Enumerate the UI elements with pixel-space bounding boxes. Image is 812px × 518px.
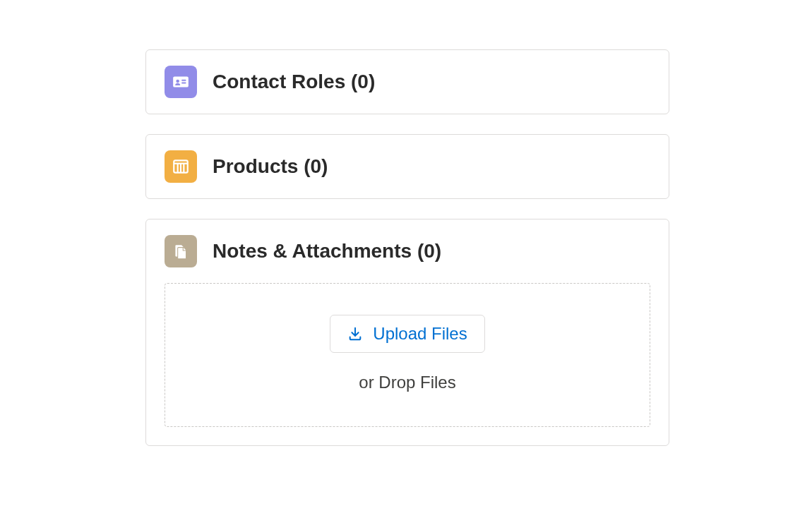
products-title: Products (0) <box>213 155 328 178</box>
svg-point-1 <box>176 80 179 83</box>
notes-attachments-title: Notes & Attachments (0) <box>213 240 441 263</box>
notes-attachments-card: Notes & Attachments (0) Upload Files or … <box>145 219 669 446</box>
products-icon <box>165 150 197 183</box>
file-drop-zone[interactable]: Upload Files or Drop Files <box>165 283 650 427</box>
contact-roles-title: Contact Roles (0) <box>213 71 375 93</box>
products-card: Products (0) <box>145 134 669 199</box>
drop-files-text: or Drop Files <box>172 373 643 392</box>
contact-roles-icon <box>165 66 197 98</box>
svg-rect-3 <box>181 83 186 84</box>
svg-rect-2 <box>181 80 186 81</box>
upload-files-button[interactable]: Upload Files <box>330 315 484 353</box>
svg-rect-0 <box>173 76 189 87</box>
notes-attachments-header[interactable]: Notes & Attachments (0) <box>146 219 669 283</box>
notes-attachments-icon <box>165 235 197 267</box>
contact-roles-card: Contact Roles (0) <box>145 49 669 114</box>
related-lists: Contact Roles (0) Products (0) <box>0 0 669 446</box>
upload-icon <box>347 326 363 342</box>
upload-files-label: Upload Files <box>373 324 467 344</box>
contact-roles-header[interactable]: Contact Roles (0) <box>146 50 669 114</box>
products-header[interactable]: Products (0) <box>146 135 669 198</box>
